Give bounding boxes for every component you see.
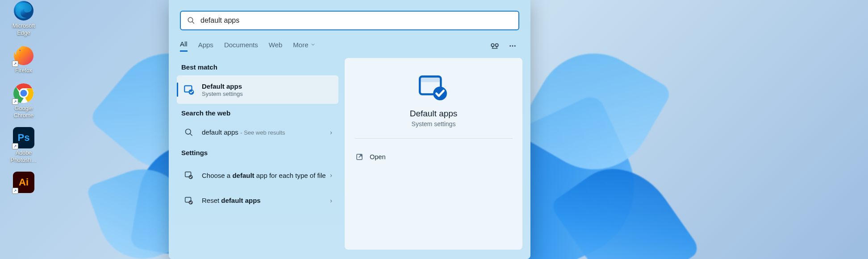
desktop-icon-illustrator[interactable]: Ai ↗ — [5, 172, 42, 194]
search-icon — [183, 127, 195, 138]
chevron-down-icon — [310, 42, 316, 47]
result-title: Reset default apps — [202, 197, 261, 204]
desktop-icon-label: MicrosoftEdge — [13, 23, 35, 37]
result-subtitle: - See web results — [240, 129, 285, 136]
tab-apps[interactable]: Apps — [198, 41, 213, 51]
svg-line-6 — [192, 21, 194, 24]
desktop-icon-edge[interactable]: MicrosoftEdge — [5, 0, 42, 37]
desktop-icons: MicrosoftEdge ↗ Firefox ↗ GoogleChrom — [5, 0, 42, 202]
tab-web[interactable]: Web — [269, 41, 283, 51]
preview-title: Default apps — [353, 109, 514, 119]
result-title: Default apps — [202, 82, 332, 90]
result-choose-default-app[interactable]: Choose a default app for each type of fi… — [177, 161, 338, 189]
svg-point-14 — [186, 129, 191, 135]
action-open-label: Open — [370, 153, 385, 160]
chrome-icon: ↗ — [13, 82, 34, 104]
search-bar[interactable] — [180, 11, 519, 30]
svg-point-8 — [495, 44, 498, 46]
shortcut-arrow-icon: ↗ — [12, 99, 18, 105]
preview-subtitle: System settings — [353, 120, 514, 127]
shortcut-arrow-icon: ↗ — [12, 61, 18, 67]
firefox-icon: ↗ — [13, 45, 34, 66]
desktop-icon-label: Firefox — [15, 67, 32, 74]
desktop-icon-photoshop[interactable]: Ps ↗ AdobePhotosh… — [5, 127, 42, 164]
settings-item-icon — [183, 169, 195, 181]
svg-point-7 — [491, 44, 494, 46]
result-subtitle: System settings — [202, 90, 332, 97]
desktop-icon-firefox[interactable]: ↗ Firefox — [5, 45, 42, 74]
chevron-right-icon: › — [330, 172, 332, 179]
more-options-icon[interactable] — [506, 39, 519, 53]
tab-all[interactable]: All — [180, 40, 188, 52]
svg-point-11 — [514, 45, 516, 47]
svg-point-5 — [188, 17, 193, 22]
result-title: default apps — [202, 128, 238, 136]
edge-icon — [13, 0, 34, 21]
search-icon — [187, 16, 195, 25]
result-title: Choose a default app for each type of fi… — [202, 172, 330, 179]
rewards-icon[interactable] — [488, 39, 501, 53]
tab-documents[interactable]: Documents — [224, 41, 258, 51]
divider — [355, 138, 513, 139]
settings-app-icon — [183, 84, 195, 95]
section-best-match: Best match — [181, 63, 334, 71]
photoshop-icon: Ps ↗ — [13, 127, 34, 148]
svg-line-15 — [190, 134, 192, 136]
desktop-icon-chrome[interactable]: ↗ GoogleChrome — [5, 82, 42, 119]
preview-default-apps-icon — [417, 75, 450, 101]
result-web-search[interactable]: default apps - See web results › — [177, 121, 338, 144]
illustrator-icon: Ai ↗ — [13, 172, 34, 193]
result-default-apps[interactable]: Default apps System settings — [177, 75, 338, 104]
chevron-right-icon: › — [330, 197, 332, 204]
search-results-list: Best match Default apps System settings … — [177, 58, 338, 250]
tab-more-label: More — [293, 41, 308, 49]
settings-item-icon — [183, 195, 195, 206]
search-tabs: All Apps Documents Web More — [180, 39, 519, 53]
section-search-web: Search the web — [181, 109, 334, 117]
tab-more[interactable]: More — [293, 41, 315, 51]
open-icon — [355, 153, 363, 161]
shortcut-arrow-icon: ↗ — [12, 188, 18, 194]
desktop-icon-label: GoogleChrome — [14, 105, 33, 119]
svg-point-9 — [509, 45, 511, 47]
chevron-right-icon: › — [330, 129, 332, 136]
result-reset-default-apps[interactable]: Reset default apps › — [177, 189, 338, 212]
section-settings: Settings — [181, 149, 334, 156]
search-input[interactable] — [200, 16, 512, 25]
start-search-flyout: All Apps Documents Web More Best match D… — [169, 0, 530, 259]
action-open[interactable]: Open — [353, 149, 514, 164]
desktop-icon-label: AdobePhotosh… — [11, 150, 37, 164]
svg-rect-21 — [420, 77, 441, 82]
svg-point-10 — [512, 45, 513, 47]
search-preview-pane: Default apps System settings Open — [345, 58, 522, 250]
shortcut-arrow-icon: ↗ — [12, 143, 18, 149]
